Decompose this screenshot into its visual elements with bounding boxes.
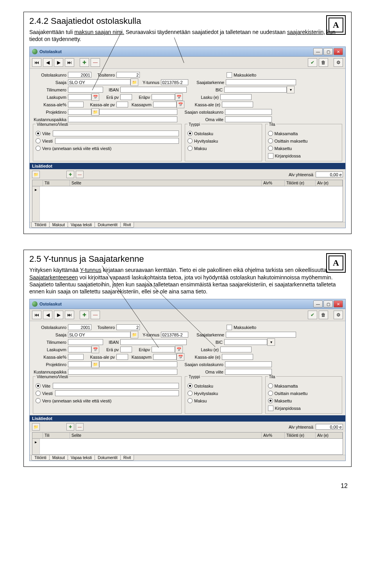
tab-tiliointi[interactable]: Tiliöinti — [31, 222, 50, 228]
tab-rivit[interactable]: Rivit — [120, 222, 134, 228]
tab-maksut[interactable]: Maksut — [49, 222, 68, 228]
radio-viite[interactable] — [36, 131, 41, 136]
input-erapv[interactable] — [120, 347, 132, 352]
input-projektinro[interactable] — [68, 109, 91, 115]
input-erapv2[interactable] — [152, 94, 175, 100]
radio-maksu[interactable] — [188, 146, 193, 151]
input-ytunnus[interactable]: 0213785-2 — [161, 79, 188, 85]
delete-button[interactable]: 🗑 — [319, 58, 328, 67]
radio-ostolasku[interactable] — [188, 131, 193, 136]
input-bic[interactable] — [224, 87, 287, 93]
input-ytunnus[interactable]: 0213785-2 — [161, 332, 188, 338]
input-oma-viite[interactable] — [225, 116, 272, 122]
nav-prev-button[interactable]: ◀ — [43, 311, 52, 319]
radio-vero[interactable] — [36, 398, 41, 403]
nav-next-button[interactable]: ▶ — [54, 311, 63, 319]
radio-maksettu[interactable] — [268, 146, 273, 151]
radio-viite[interactable] — [36, 383, 41, 388]
calendar-icon[interactable]: 📅 — [91, 346, 99, 353]
input-saaja[interactable]: SLO OY — [68, 79, 130, 85]
lookup-tili-button[interactable]: 📁 — [32, 171, 40, 178]
input-kassa-ale-pv[interactable] — [116, 102, 128, 107]
grid-remove-button[interactable]: — — [76, 423, 84, 431]
checkbox-maksukielto[interactable] — [227, 72, 232, 78]
radio-hyvityslasku[interactable] — [188, 391, 193, 396]
radio-ostolasku[interactable] — [188, 383, 193, 388]
input-lasku-e[interactable] — [220, 94, 252, 100]
input-saajatarkenne[interactable] — [226, 332, 296, 338]
add-button[interactable]: ✚ — [80, 311, 89, 319]
input-viesti[interactable] — [55, 138, 179, 144]
input-lasku-e[interactable] — [220, 347, 252, 352]
radio-viesti[interactable] — [36, 138, 41, 143]
nav-next-button[interactable]: ▶ — [54, 58, 63, 67]
input-tositenro[interactable]: 2 — [116, 324, 140, 330]
input-kassapvm[interactable] — [153, 102, 177, 107]
calendar-icon[interactable]: 📅 — [177, 353, 184, 361]
radio-osittain[interactable] — [268, 391, 273, 396]
nav-first-button[interactable]: ⏮ — [32, 58, 41, 67]
input-laskupvm[interactable] — [68, 347, 91, 352]
input-projekti-name[interactable] — [99, 109, 177, 115]
lookup-projekti-button[interactable]: 📁 — [91, 361, 99, 368]
input-iban[interactable] — [120, 339, 187, 345]
input-iban[interactable] — [120, 87, 187, 93]
maximize-button[interactable]: ▢ — [323, 48, 333, 55]
minimize-button[interactable]: — — [313, 48, 323, 55]
input-kassa-ale-pct[interactable] — [68, 354, 84, 360]
radio-osittain[interactable] — [268, 138, 273, 143]
grid-remove-button[interactable]: — — [76, 171, 84, 178]
input-erapv[interactable] — [120, 94, 132, 100]
grid-add-button[interactable]: ✚ — [66, 423, 74, 431]
lookup-saaja-button[interactable]: 📁 — [130, 79, 138, 86]
tab-dokumentit[interactable]: Dokumentit — [95, 222, 121, 228]
input-erapv2[interactable] — [152, 347, 175, 352]
radio-vero[interactable] — [36, 146, 41, 151]
input-laskupvm[interactable] — [68, 94, 91, 100]
checkbox-kirjanpidossa[interactable] — [268, 153, 273, 159]
calendar-icon[interactable]: 📅 — [177, 101, 184, 108]
input-viite[interactable] — [53, 130, 179, 136]
radio-maksamatta[interactable] — [268, 383, 273, 388]
remove-button[interactable]: — — [91, 58, 100, 67]
input-projekti-name[interactable] — [99, 361, 177, 367]
tab-rivit[interactable]: Rivit — [120, 455, 134, 461]
nav-last-button[interactable]: ⏭ — [65, 311, 74, 319]
input-bic[interactable] — [224, 339, 267, 345]
tab-vapaa-teksti[interactable]: Vapaa teksti — [68, 455, 95, 461]
grid-body[interactable]: ▸ — [32, 439, 343, 455]
input-saajatarkenne[interactable] — [226, 79, 296, 85]
calendar-icon[interactable]: 📅 — [91, 93, 99, 101]
input-tilinumero[interactable] — [68, 339, 103, 345]
grid-body[interactable]: ▸ — [32, 186, 343, 222]
radio-maksu[interactable] — [188, 398, 193, 403]
radio-maksettu[interactable] — [268, 398, 273, 403]
tab-vapaa-teksti[interactable]: Vapaa teksti — [68, 222, 95, 228]
input-saajan-ostolaskunro[interactable] — [225, 361, 272, 367]
input-kassa-ale-e[interactable] — [222, 354, 253, 360]
radio-maksamatta[interactable] — [268, 131, 273, 136]
input-kustannuspaikka[interactable] — [68, 116, 177, 122]
minimize-button[interactable]: — — [313, 300, 323, 307]
tab-dokumentit[interactable]: Dokumentit — [95, 455, 121, 461]
input-viesti[interactable] — [55, 390, 179, 396]
input-kassa-ale-pv[interactable] — [116, 354, 128, 360]
calendar-icon[interactable]: 📅 — [175, 346, 183, 353]
lookup-saaja-button[interactable]: 📁 — [130, 331, 138, 338]
input-saaja[interactable]: SLO OY — [68, 332, 130, 338]
radio-hyvityslasku[interactable] — [188, 138, 193, 143]
tab-tiliointi[interactable]: Tiliöinti — [31, 455, 50, 461]
input-tositenro[interactable]: 2 — [116, 72, 140, 78]
grid-add-button[interactable]: ✚ — [66, 171, 74, 178]
maximize-button[interactable]: ▢ — [323, 300, 333, 307]
delete-button[interactable]: 🗑 — [319, 311, 328, 319]
input-ostolaskunro[interactable]: 2001 — [68, 72, 91, 78]
radio-viesti[interactable] — [36, 391, 41, 396]
accept-button[interactable]: ✔ — [308, 311, 317, 319]
bic-dropdown-button[interactable]: ▾ — [267, 338, 275, 346]
close-button[interactable]: ✕ — [334, 300, 343, 307]
input-ostolaskunro[interactable]: 2001 — [68, 324, 91, 330]
action-button[interactable]: ⚙ — [334, 58, 343, 67]
input-kassa-ale-pct[interactable] — [68, 102, 84, 107]
checkbox-kirjanpidossa[interactable] — [268, 406, 273, 411]
